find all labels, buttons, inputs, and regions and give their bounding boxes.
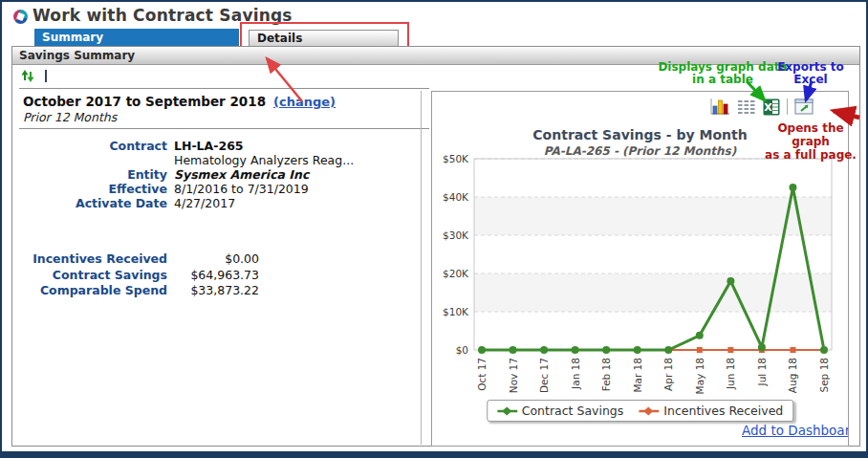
detail-row: Entity Sysmex America Inc (22, 167, 354, 182)
refresh-icon[interactable] (20, 69, 35, 83)
field-label: Contract (22, 139, 167, 153)
svg-text:$0: $0 (456, 344, 468, 356)
total-row: Comparable Spend $33,873.22 (22, 283, 259, 299)
callout-fullpage-note: Opens the graph as a full page. (757, 121, 864, 162)
savings-by-month-chart: $0$10K$20K$30K$40K$50KOct 17Nov 17Dec 17… (434, 151, 845, 394)
svg-text:Apr 18: Apr 18 (662, 358, 674, 391)
toolbar-separator (45, 70, 47, 82)
effective-dates: 8/1/2016 to 7/31/2019 (167, 182, 309, 196)
period-note: Prior 12 Months (23, 110, 117, 124)
svg-text:Jul 18: Jul 18 (756, 358, 768, 386)
app-logo-icon (13, 10, 28, 24)
legend-label: Contract Savings (522, 403, 624, 418)
contract-savings-value: $64,963.73 (167, 268, 259, 284)
callout-text: Excel (767, 74, 855, 86)
svg-text:X: X (764, 101, 772, 114)
svg-text:Oct 17: Oct 17 (476, 358, 488, 391)
divider (19, 128, 429, 129)
savings-summary-panel: Savings Summary October 2017 to Septembe… (11, 46, 860, 447)
field-label: Entity (22, 167, 167, 182)
contract-number: LH-LA-265 (167, 139, 244, 153)
activate-date: 4/27/2017 (167, 196, 235, 210)
svg-text:Jun 18: Jun 18 (725, 358, 736, 390)
divider (19, 88, 429, 89)
svg-text:Sep 18: Sep 18 (818, 358, 830, 393)
bar-chart-icon[interactable] (709, 98, 730, 116)
svg-text:Aug 18: Aug 18 (787, 358, 798, 393)
period-range-text: October 2017 to September 2018 (23, 94, 266, 109)
svg-text:Feb 18: Feb 18 (600, 358, 612, 391)
callout-text: as a full page. (757, 148, 864, 162)
contract-description: Hematology Analyzers Reag... (167, 153, 354, 167)
chart-legend: Contract Savings Incentives Received (487, 400, 794, 422)
field-label: Activate Date (22, 196, 167, 210)
detail-row: Activate Date 4/27/2017 (22, 196, 354, 210)
svg-text:Nov 17: Nov 17 (508, 358, 519, 393)
legend-item-contract-savings: Contract Savings (497, 403, 624, 418)
legend-item-incentives-received: Incentives Received (639, 403, 783, 418)
svg-text:$30K: $30K (443, 229, 469, 241)
savings-totals: Incentives Received $0.00 Contract Savin… (22, 251, 259, 299)
field-label: Incentives Received (22, 251, 167, 268)
field-label: Comparable Spend (22, 283, 167, 299)
svg-text:May 18: May 18 (694, 358, 705, 394)
change-period-link[interactable]: (change) (273, 95, 336, 109)
callout-text: Opens the graph (757, 121, 864, 148)
total-row: Incentives Received $0.00 (22, 251, 259, 268)
field-label (22, 153, 167, 167)
svg-text:Jan 18: Jan 18 (570, 358, 581, 390)
incentives-received-value: $0.00 (167, 251, 259, 268)
chart-toolbar: X (709, 98, 814, 116)
callout-excel-note: Exports to Excel (767, 61, 855, 86)
svg-text:$20K: $20K (443, 268, 469, 279)
bottom-border-bar (2, 451, 866, 456)
entity-name: Sysmex America Inc (167, 167, 309, 182)
detail-row: Effective 8/1/2016 to 7/31/2019 (22, 182, 354, 196)
contract-details: Contract LH-LA-265 Hematology Analyzers … (22, 139, 354, 210)
detail-row: Hematology Analyzers Reag... (22, 153, 354, 167)
panel-divider (421, 91, 422, 445)
open-fullpage-icon[interactable] (794, 98, 814, 115)
period-range: October 2017 to September 2018(change) (23, 94, 336, 109)
toolbar-separator (787, 98, 788, 115)
field-label: Effective (22, 182, 167, 196)
total-row: Contract Savings $64,963.73 (22, 268, 259, 284)
svg-text:$10K: $10K (443, 306, 469, 317)
excel-export-icon[interactable]: X (763, 98, 780, 116)
legend-label: Incentives Received (663, 403, 783, 418)
detail-row: Contract LH-LA-265 (22, 139, 354, 153)
field-label: Contract Savings (22, 268, 167, 284)
svg-text:Mar 18: Mar 18 (632, 358, 643, 393)
svg-text:$50K: $50K (443, 153, 469, 164)
green-line-marker-icon (497, 406, 518, 416)
work-with-contract-savings-window: Work with Contract Savings Summary Detai… (0, 0, 868, 458)
comparable-spend-value: $33,873.22 (167, 283, 259, 299)
add-to-dashboard-link[interactable]: Add to Dashboard (742, 423, 849, 438)
orange-line-marker-icon (639, 406, 660, 416)
svg-text:$40K: $40K (443, 191, 469, 203)
table-view-icon[interactable] (737, 98, 756, 115)
svg-text:Dec 17: Dec 17 (538, 358, 550, 393)
tab-summary[interactable]: Summary (34, 29, 239, 47)
